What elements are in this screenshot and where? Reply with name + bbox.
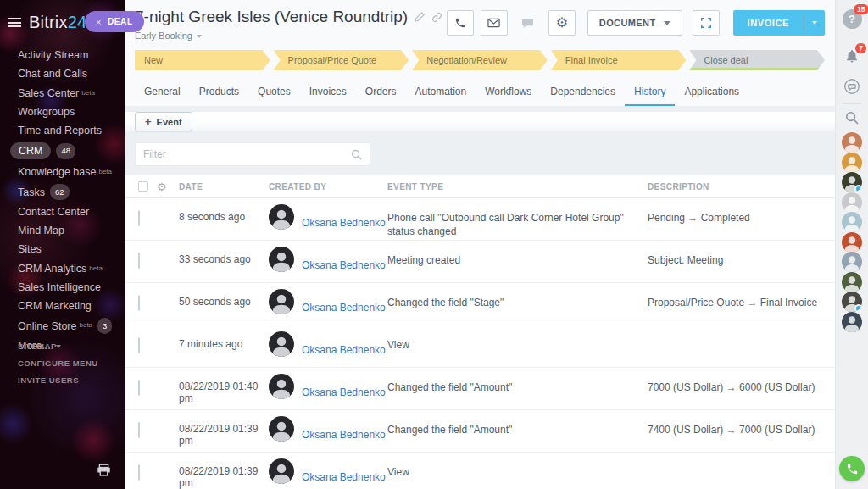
- row-drag-handle[interactable]: [157, 241, 179, 282]
- rail-avatar[interactable]: [842, 232, 862, 253]
- rail-avatar[interactable]: [842, 192, 862, 213]
- table-settings-gear-icon[interactable]: ⚙: [157, 181, 179, 192]
- edit-pencil-icon[interactable]: [415, 12, 425, 22]
- tab-products[interactable]: Products: [190, 78, 248, 106]
- rail-avatar[interactable]: [842, 172, 862, 192]
- deal-badge-button[interactable]: × DEAL: [85, 11, 144, 32]
- network-chat-button[interactable]: [843, 77, 861, 96]
- column-created-by[interactable]: CREATED BY: [269, 182, 387, 192]
- pipeline-stage-negotiation-review[interactable]: Negotiation/Review: [412, 50, 548, 70]
- avatar[interactable]: [269, 247, 294, 272]
- menu-hamburger-icon[interactable]: [8, 18, 21, 27]
- column-description[interactable]: DESCRIPTION: [648, 182, 835, 192]
- invoice-dropdown-button[interactable]: [804, 10, 825, 36]
- rail-avatar[interactable]: [842, 292, 862, 312]
- row-checkbox[interactable]: [138, 422, 140, 438]
- sidebar-item-chat-and-calls[interactable]: Chat and Calls: [0, 64, 125, 83]
- tab-history[interactable]: History: [625, 78, 675, 106]
- sidebar-item-knowledge-base[interactable]: Knowledge basebeta: [0, 162, 125, 181]
- tab-orders[interactable]: Orders: [356, 78, 406, 106]
- rail-avatar[interactable]: [842, 312, 862, 332]
- row-drag-handle[interactable]: [157, 453, 179, 489]
- tab-general[interactable]: General: [135, 78, 190, 106]
- rail-search-button[interactable]: [845, 111, 859, 125]
- printer-icon[interactable]: [97, 464, 111, 481]
- sidebar-item-contact-center[interactable]: Contact Center: [0, 203, 125, 221]
- tab-applications[interactable]: Applications: [675, 78, 748, 106]
- rail-avatar[interactable]: [842, 153, 862, 173]
- select-all-checkbox[interactable]: [138, 181, 148, 192]
- row-drag-handle[interactable]: [157, 368, 179, 409]
- tab-invoices[interactable]: Invoices: [300, 78, 356, 106]
- sidebar-item-sites[interactable]: Sites: [0, 240, 125, 258]
- avatar[interactable]: [269, 289, 294, 314]
- row-checkbox[interactable]: [138, 295, 140, 311]
- rail-avatar[interactable]: [842, 252, 862, 272]
- avatar[interactable]: [269, 374, 294, 399]
- pipeline-stage-final-invoice[interactable]: Final Invoice: [551, 50, 687, 70]
- sidebar-item-crm-marketing[interactable]: CRM Marketing: [0, 297, 125, 315]
- avatar[interactable]: [269, 331, 294, 357]
- user-link[interactable]: Oksana Bednenko: [302, 429, 386, 452]
- tab-dependencies[interactable]: Dependencies: [541, 78, 625, 106]
- row-checkbox[interactable]: [138, 253, 140, 269]
- sitemap-link[interactable]: SITEMAP: [18, 342, 98, 351]
- email-button[interactable]: [481, 10, 508, 36]
- user-link[interactable]: Oksana Bednenko: [302, 344, 386, 367]
- column-event-type[interactable]: EVENT TYPE: [387, 182, 648, 192]
- sidebar-item-sales-intelligence[interactable]: Sales Intelligence: [0, 278, 125, 297]
- user-link[interactable]: Oksana Bednenko: [302, 217, 386, 240]
- row-checkbox[interactable]: [138, 380, 140, 396]
- invoice-button[interactable]: INVOICE: [733, 10, 825, 36]
- row-checkbox[interactable]: [138, 464, 140, 481]
- sidebar-item-crm[interactable]: CRM48: [0, 140, 125, 162]
- fullscreen-button[interactable]: [693, 10, 720, 36]
- avatar[interactable]: [269, 204, 294, 230]
- sidebar-item-mind-map[interactable]: Mind Map: [0, 221, 125, 240]
- row-checkbox[interactable]: [138, 210, 140, 226]
- sidebar-item-tasks[interactable]: Tasks62: [0, 181, 125, 203]
- settings-button[interactable]: ⚙: [548, 10, 576, 36]
- search-icon[interactable]: [351, 149, 362, 160]
- filter-box[interactable]: [135, 142, 370, 166]
- user-link[interactable]: Oksana Bednenko: [302, 302, 386, 325]
- row-drag-handle[interactable]: [157, 198, 179, 240]
- row-drag-handle[interactable]: [157, 325, 179, 367]
- rail-avatar[interactable]: [842, 272, 862, 292]
- rail-avatar[interactable]: [842, 132, 862, 153]
- configure-menu-link[interactable]: CONFIGURE MENU: [18, 358, 98, 368]
- tab-quotes[interactable]: Quotes: [248, 78, 300, 106]
- add-event-button[interactable]: + Event: [135, 112, 192, 131]
- rail-avatar[interactable]: [842, 212, 862, 232]
- phone-button[interactable]: [447, 10, 474, 36]
- invite-users-link[interactable]: INVITE USERS: [18, 375, 98, 385]
- sidebar-item-activity-stream[interactable]: Activity Stream: [0, 46, 125, 64]
- tab-automation[interactable]: Automation: [405, 78, 476, 106]
- document-button[interactable]: DOCUMENT: [587, 10, 682, 36]
- call-button[interactable]: [839, 456, 865, 481]
- tab-workflows[interactable]: Workflows: [476, 78, 541, 106]
- pipeline-stage-proposal-price-quote[interactable]: Proposal/Price Quote: [274, 50, 409, 70]
- column-date[interactable]: DATE: [179, 182, 269, 192]
- close-icon[interactable]: ×: [96, 17, 102, 27]
- avatar[interactable]: [269, 458, 294, 484]
- row-drag-handle[interactable]: [157, 410, 179, 452]
- deal-category-selector[interactable]: Early Booking: [135, 31, 202, 42]
- row-checkbox[interactable]: [138, 337, 140, 353]
- sidebar-item-online-store[interactable]: Online Storebeta3: [0, 315, 125, 336]
- sidebar-item-time-and-reports[interactable]: Time and Reports: [0, 121, 125, 140]
- pipeline-stage-close-deal[interactable]: Close deal: [689, 50, 825, 70]
- help-button[interactable]: ? 15: [843, 9, 862, 29]
- sidebar-item-workgroups[interactable]: Workgroups: [0, 103, 125, 121]
- chat-button[interactable]: [515, 10, 542, 36]
- user-link[interactable]: Oksana Bednenko: [302, 386, 386, 409]
- user-link[interactable]: Oksana Bednenko: [302, 259, 386, 282]
- sidebar-item-crm-analytics[interactable]: CRM Analyticsbeta: [0, 258, 125, 278]
- user-link[interactable]: Oksana Bednenko: [302, 471, 386, 489]
- pipeline-stage-new[interactable]: New: [135, 50, 270, 70]
- filter-input[interactable]: [143, 148, 351, 160]
- link-icon[interactable]: [431, 12, 442, 23]
- sidebar-item-sales-center[interactable]: Sales Centerbeta: [0, 83, 125, 103]
- notifications-button[interactable]: 7: [844, 48, 860, 64]
- avatar[interactable]: [269, 416, 294, 442]
